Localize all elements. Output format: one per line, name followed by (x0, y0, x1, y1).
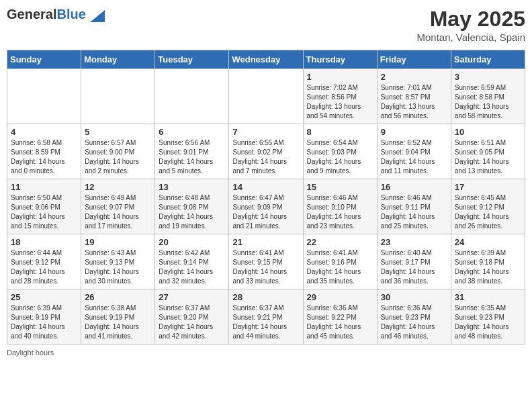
day-number: 20 (159, 237, 225, 247)
day-number: 23 (381, 237, 447, 247)
day-number: 18 (11, 237, 77, 247)
day-number: 24 (455, 237, 521, 247)
week-row-3: 11Sunrise: 6:50 AM Sunset: 9:06 PM Dayli… (7, 179, 525, 234)
day-cell: 13Sunrise: 6:48 AM Sunset: 9:08 PM Dayli… (155, 179, 229, 234)
day-cell: 12Sunrise: 6:49 AM Sunset: 9:07 PM Dayli… (81, 179, 155, 234)
day-cell: 21Sunrise: 6:41 AM Sunset: 9:15 PM Dayli… (229, 234, 303, 289)
day-number: 4 (11, 127, 77, 137)
day-cell: 3Sunrise: 6:59 AM Sunset: 8:58 PM Daylig… (451, 69, 525, 124)
day-info: Sunrise: 6:37 AM Sunset: 9:21 PM Dayligh… (232, 304, 299, 341)
day-info: Sunrise: 6:39 AM Sunset: 9:18 PM Dayligh… (455, 248, 521, 286)
day-info: Sunrise: 6:54 AM Sunset: 9:03 PM Dayligh… (307, 138, 373, 176)
day-number: 9 (381, 127, 447, 137)
day-info: Sunrise: 7:01 AM Sunset: 8:57 PM Dayligh… (381, 83, 447, 121)
day-info: Sunrise: 6:37 AM Sunset: 9:20 PM Dayligh… (159, 304, 225, 341)
day-cell: 17Sunrise: 6:45 AM Sunset: 9:12 PM Dayli… (451, 179, 525, 234)
day-number: 26 (85, 292, 151, 302)
day-number: 29 (307, 292, 373, 302)
location: Montan, Valencia, Spain (417, 32, 526, 43)
column-header-wednesday: Wednesday (229, 50, 303, 69)
day-info: Sunrise: 6:50 AM Sunset: 9:06 PM Dayligh… (11, 193, 77, 231)
column-header-friday: Friday (377, 50, 451, 69)
day-cell: 5Sunrise: 6:57 AM Sunset: 9:00 PM Daylig… (81, 124, 155, 179)
day-number: 8 (307, 127, 373, 137)
day-cell: 9Sunrise: 6:52 AM Sunset: 9:04 PM Daylig… (377, 124, 451, 179)
calendar-header: SundayMondayTuesdayWednesdayThursdayFrid… (7, 50, 525, 69)
day-number: 12 (85, 182, 151, 192)
day-info: Sunrise: 6:41 AM Sunset: 9:15 PM Dayligh… (232, 248, 299, 286)
day-info: Sunrise: 6:57 AM Sunset: 9:00 PM Dayligh… (85, 138, 151, 176)
day-cell: 16Sunrise: 6:46 AM Sunset: 9:11 PM Dayli… (377, 179, 451, 234)
day-number: 2 (381, 72, 447, 82)
column-header-tuesday: Tuesday (155, 50, 229, 69)
logo-icon (90, 10, 105, 22)
day-cell: 6Sunrise: 6:56 AM Sunset: 9:01 PM Daylig… (155, 124, 229, 179)
day-number: 15 (307, 182, 373, 192)
calendar-table: SundayMondayTuesdayWednesdayThursdayFrid… (7, 50, 525, 345)
logo: GeneralBlue (7, 7, 105, 22)
day-info: Sunrise: 6:36 AM Sunset: 9:22 PM Dayligh… (307, 304, 373, 341)
day-info: Sunrise: 6:56 AM Sunset: 9:01 PM Dayligh… (159, 138, 225, 176)
day-info: Sunrise: 6:55 AM Sunset: 9:02 PM Dayligh… (232, 138, 299, 176)
day-info: Sunrise: 6:40 AM Sunset: 9:17 PM Dayligh… (381, 248, 447, 286)
day-info: Sunrise: 6:47 AM Sunset: 9:09 PM Dayligh… (232, 193, 299, 231)
day-cell: 28Sunrise: 6:37 AM Sunset: 9:21 PM Dayli… (229, 289, 303, 345)
day-cell: 20Sunrise: 6:42 AM Sunset: 9:14 PM Dayli… (155, 234, 229, 289)
day-cell (7, 69, 81, 124)
day-number: 1 (307, 72, 373, 82)
day-info: Sunrise: 6:41 AM Sunset: 9:16 PM Dayligh… (307, 248, 373, 286)
daylight-label: Daylight hours (7, 349, 54, 357)
day-info: Sunrise: 6:43 AM Sunset: 9:13 PM Dayligh… (85, 248, 151, 286)
day-number: 7 (232, 127, 299, 137)
day-cell: 19Sunrise: 6:43 AM Sunset: 9:13 PM Dayli… (81, 234, 155, 289)
logo-text-general: General (7, 7, 56, 21)
day-cell: 4Sunrise: 6:58 AM Sunset: 8:59 PM Daylig… (7, 124, 81, 179)
day-cell: 15Sunrise: 6:46 AM Sunset: 9:10 PM Dayli… (303, 179, 377, 234)
day-info: Sunrise: 6:46 AM Sunset: 9:11 PM Dayligh… (381, 193, 447, 231)
day-cell: 30Sunrise: 6:36 AM Sunset: 9:23 PM Dayli… (377, 289, 451, 345)
day-cell: 25Sunrise: 6:39 AM Sunset: 9:19 PM Dayli… (7, 289, 81, 345)
day-cell: 24Sunrise: 6:39 AM Sunset: 9:18 PM Dayli… (451, 234, 525, 289)
day-number: 10 (455, 127, 521, 137)
day-cell: 2Sunrise: 7:01 AM Sunset: 8:57 PM Daylig… (377, 69, 451, 124)
day-cell: 8Sunrise: 6:54 AM Sunset: 9:03 PM Daylig… (303, 124, 377, 179)
week-row-5: 25Sunrise: 6:39 AM Sunset: 9:19 PM Dayli… (7, 289, 525, 345)
page-header: GeneralBlue May 2025 Montan, Valencia, S… (7, 7, 525, 43)
day-info: Sunrise: 6:36 AM Sunset: 9:23 PM Dayligh… (381, 304, 447, 341)
month-title: May 2025 (417, 7, 526, 32)
calendar-body: 1Sunrise: 7:02 AM Sunset: 8:56 PM Daylig… (7, 69, 525, 345)
day-number: 5 (85, 127, 151, 137)
day-number: 11 (11, 182, 77, 192)
day-cell (81, 69, 155, 124)
day-cell (155, 69, 229, 124)
day-number: 25 (11, 292, 77, 302)
svg-marker-0 (90, 10, 105, 22)
day-info: Sunrise: 6:39 AM Sunset: 9:19 PM Dayligh… (11, 304, 77, 341)
day-info: Sunrise: 6:44 AM Sunset: 9:12 PM Dayligh… (11, 248, 77, 286)
day-number: 3 (455, 72, 521, 82)
day-cell: 27Sunrise: 6:37 AM Sunset: 9:20 PM Dayli… (155, 289, 229, 345)
day-number: 17 (455, 182, 521, 192)
day-info: Sunrise: 6:52 AM Sunset: 9:04 PM Dayligh… (381, 138, 447, 176)
day-cell: 14Sunrise: 6:47 AM Sunset: 9:09 PM Dayli… (229, 179, 303, 234)
day-info: Sunrise: 6:49 AM Sunset: 9:07 PM Dayligh… (85, 193, 151, 231)
day-number: 13 (159, 182, 225, 192)
column-header-sunday: Sunday (7, 50, 81, 69)
day-number: 30 (381, 292, 447, 302)
column-header-thursday: Thursday (303, 50, 377, 69)
day-info: Sunrise: 6:59 AM Sunset: 8:58 PM Dayligh… (455, 83, 521, 121)
column-header-monday: Monday (81, 50, 155, 69)
day-cell: 7Sunrise: 6:55 AM Sunset: 9:02 PM Daylig… (229, 124, 303, 179)
day-number: 16 (381, 182, 447, 192)
week-row-2: 4Sunrise: 6:58 AM Sunset: 8:59 PM Daylig… (7, 124, 525, 179)
day-number: 6 (159, 127, 225, 137)
week-row-4: 18Sunrise: 6:44 AM Sunset: 9:12 PM Dayli… (7, 234, 525, 289)
day-cell: 18Sunrise: 6:44 AM Sunset: 9:12 PM Dayli… (7, 234, 81, 289)
day-cell: 10Sunrise: 6:51 AM Sunset: 9:05 PM Dayli… (451, 124, 525, 179)
title-block: May 2025 Montan, Valencia, Spain (417, 7, 526, 43)
day-info: Sunrise: 7:02 AM Sunset: 8:56 PM Dayligh… (307, 83, 373, 121)
day-info: Sunrise: 6:42 AM Sunset: 9:14 PM Dayligh… (159, 248, 225, 286)
day-cell: 1Sunrise: 7:02 AM Sunset: 8:56 PM Daylig… (303, 69, 377, 124)
day-cell: 31Sunrise: 6:35 AM Sunset: 9:23 PM Dayli… (451, 289, 525, 345)
day-info: Sunrise: 6:48 AM Sunset: 9:08 PM Dayligh… (159, 193, 225, 231)
